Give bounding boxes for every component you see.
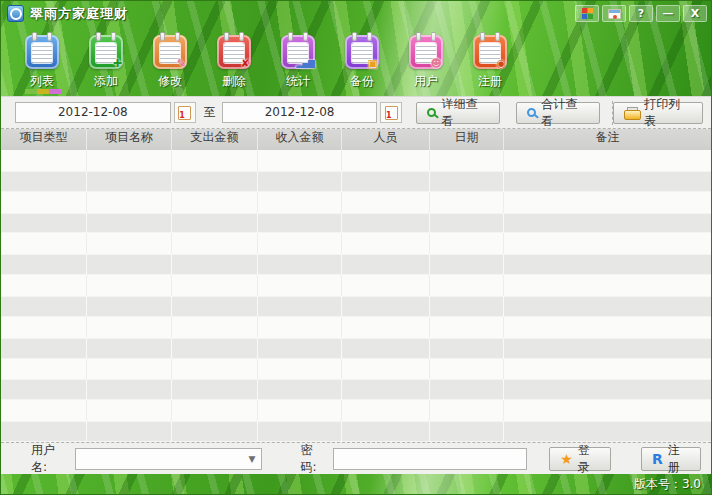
toolbar-item-add[interactable]: ✚ 添加 xyxy=(89,35,123,90)
toolbar-item-backup[interactable]: ▣ 备份 xyxy=(345,35,379,90)
table-cell xyxy=(342,171,430,192)
column-header-date[interactable]: 日期 xyxy=(430,129,504,150)
table-cell xyxy=(430,400,504,421)
table-cell xyxy=(430,421,504,442)
help-button[interactable]: ? xyxy=(629,5,653,22)
login-bar: 用户名: ▼ 密码: ★ 登录 R 注册 xyxy=(1,442,711,474)
table-cell xyxy=(87,338,172,359)
table-cell xyxy=(430,192,504,213)
printer-icon xyxy=(624,107,639,119)
table-cell xyxy=(504,359,711,380)
table-cell xyxy=(172,275,258,296)
table-cell xyxy=(258,213,342,234)
table-cell xyxy=(172,379,258,400)
table-cell xyxy=(1,254,87,275)
table-cell xyxy=(258,254,342,275)
table-cell xyxy=(504,338,711,359)
table-cell xyxy=(172,192,258,213)
table-cell xyxy=(87,150,172,171)
table-row[interactable] xyxy=(1,338,711,359)
password-label: 密码: xyxy=(300,442,327,476)
skin-button[interactable] xyxy=(602,5,626,22)
close-button[interactable]: X xyxy=(683,5,707,22)
table-cell xyxy=(1,296,87,317)
username-combobox[interactable]: ▼ xyxy=(75,448,262,470)
table-cell xyxy=(342,296,430,317)
minimize-button[interactable]: — xyxy=(656,5,680,22)
login-button[interactable]: ★ 登录 xyxy=(549,447,611,471)
table-row[interactable] xyxy=(1,296,711,317)
top-banner: 翠雨方家庭理财 ? — X 列表 ✚ 添加 xyxy=(1,1,711,96)
table-cell xyxy=(1,379,87,400)
table-row[interactable] xyxy=(1,150,711,171)
table-row[interactable] xyxy=(1,171,711,192)
detail-view-button[interactable]: 详细查看 xyxy=(416,102,500,124)
table-cell xyxy=(172,233,258,254)
modify-icon: ✎ xyxy=(153,35,187,69)
table-cell xyxy=(504,296,711,317)
table-cell xyxy=(430,359,504,380)
toolbar-item-list[interactable]: 列表 xyxy=(25,35,59,90)
table-cell xyxy=(504,421,711,442)
table-cell xyxy=(1,400,87,421)
column-header-expense[interactable]: 支出金额 xyxy=(172,129,258,150)
backup-icon: ▣ xyxy=(345,35,379,69)
table-row[interactable] xyxy=(1,213,711,234)
table-cell xyxy=(1,192,87,213)
table-cell xyxy=(258,233,342,254)
skin-icon xyxy=(608,9,621,19)
table-cell xyxy=(504,213,711,234)
toolbar-item-user[interactable]: ☻ 用户 xyxy=(409,35,443,90)
table-row[interactable] xyxy=(1,421,711,442)
r-letter-icon: R xyxy=(652,452,663,466)
table-cell xyxy=(258,317,342,338)
table-row[interactable] xyxy=(1,254,711,275)
column-header-person[interactable]: 人员 xyxy=(342,129,430,150)
table-cell xyxy=(1,338,87,359)
delete-icon: ✘ xyxy=(217,35,251,69)
total-view-button[interactable]: 合计查看 xyxy=(516,102,600,124)
toolbar-item-statistics[interactable]: ▂▄▆ 统计 xyxy=(281,35,315,90)
column-header-name[interactable]: 项目名称 xyxy=(87,129,172,150)
table-cell xyxy=(342,379,430,400)
toolbar-item-modify[interactable]: ✎ 修改 xyxy=(153,35,187,90)
table-cell xyxy=(430,296,504,317)
column-header-income[interactable]: 收入金额 xyxy=(258,129,342,150)
table-body xyxy=(1,150,711,442)
table-cell xyxy=(504,233,711,254)
table-row[interactable] xyxy=(1,275,711,296)
table-cell xyxy=(504,150,711,171)
app-window: 翠雨方家庭理财 ? — X 列表 ✚ 添加 xyxy=(0,0,712,495)
table-cell xyxy=(342,233,430,254)
date-from-calendar-button[interactable]: 1 xyxy=(174,102,196,123)
table-cell xyxy=(430,254,504,275)
table-cell xyxy=(87,254,172,275)
date-to-input[interactable]: 2012-12-08 xyxy=(222,102,378,123)
print-list-button[interactable]: 打印列表 xyxy=(613,102,703,124)
statistics-icon: ▂▄▆ xyxy=(281,35,315,69)
table-row[interactable] xyxy=(1,192,711,213)
theme-color-strip[interactable] xyxy=(25,89,61,94)
table-row[interactable] xyxy=(1,400,711,421)
register-button[interactable]: R 注册 xyxy=(641,447,701,471)
date-from-input[interactable]: 2012-12-08 xyxy=(15,102,171,123)
password-input[interactable] xyxy=(333,448,527,470)
table-cell xyxy=(1,213,87,234)
table-cell xyxy=(1,317,87,338)
table-row[interactable] xyxy=(1,359,711,380)
table-row[interactable] xyxy=(1,317,711,338)
date-to-calendar-button[interactable]: 1 xyxy=(380,102,402,123)
table-row[interactable] xyxy=(1,379,711,400)
date-range-to-label: 至 xyxy=(204,104,216,121)
table-cell xyxy=(430,379,504,400)
table-cell xyxy=(430,317,504,338)
table-cell xyxy=(430,150,504,171)
toolbar-item-register[interactable]: ◉ 注册 xyxy=(473,35,507,90)
toolbar-item-delete[interactable]: ✘ 删除 xyxy=(217,35,251,90)
column-header-remark[interactable]: 备注 xyxy=(504,129,711,150)
table-row[interactable] xyxy=(1,233,711,254)
theme-palette-button[interactable] xyxy=(575,5,599,22)
table-cell xyxy=(87,421,172,442)
column-header-type[interactable]: 项目类型 xyxy=(1,129,87,150)
table-cell xyxy=(172,359,258,380)
